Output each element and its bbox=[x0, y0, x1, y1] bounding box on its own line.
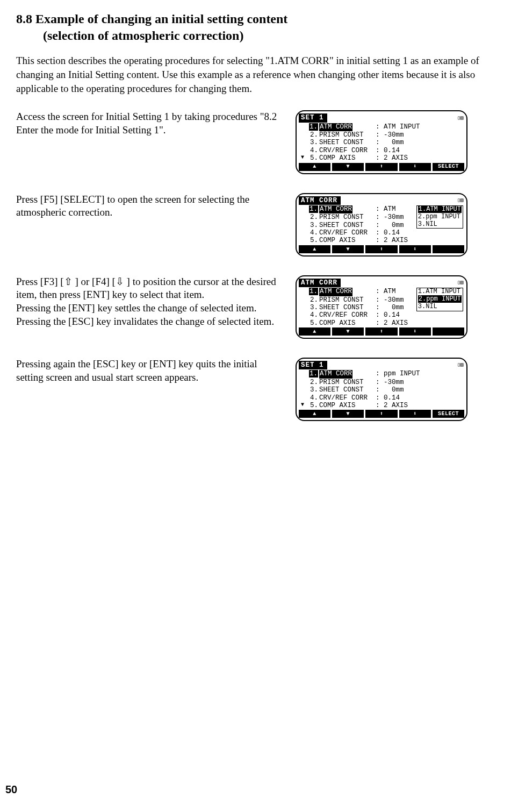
lcd-row: 1.ATM CORR: ATM INPUT bbox=[300, 123, 463, 131]
popup-item: 1.ATM INPUT bbox=[417, 288, 463, 296]
lcd-row: 4.CRV/REF CORR: 0.14 bbox=[300, 311, 463, 319]
lcd-row: 2.PRISM CONST: -30mm bbox=[300, 379, 463, 386]
step-3: Press [F3] [⇧ ] or [F4] [⇩ ] to position… bbox=[16, 275, 495, 339]
softkey[interactable] bbox=[433, 327, 464, 336]
softkey[interactable]: ▲ bbox=[299, 245, 332, 253]
lcd-body: 1.ATM CORR: ppm INPUT2.PRISM CONST: -30m… bbox=[299, 370, 464, 409]
lcd-body: 1.ATM CORR: ATM INPUT2.PRISM CONST: -30m… bbox=[299, 123, 464, 162]
popup-item: 1.ATM INPUT bbox=[417, 206, 463, 213]
lcd-title: SET 1 bbox=[299, 113, 327, 122]
lcd-title: SET 1 bbox=[299, 361, 327, 369]
battery-icon: ▯▥ bbox=[457, 115, 464, 122]
step-3-p2: Pressing the [ENT] key settles the chang… bbox=[16, 302, 285, 328]
softkey[interactable]: SELECT bbox=[433, 410, 464, 418]
lcd-row: 2.PRISM CONST: -30mm bbox=[300, 131, 463, 139]
lcd-screen-1: SET 1 ▯▥ 1.ATM CORR: ATM INPUT2.PRISM CO… bbox=[296, 110, 467, 174]
selection-popup: 1.ATM INPUT2.ppm INPUT3.NIL bbox=[416, 205, 463, 229]
softkey[interactable]: ▼ bbox=[332, 327, 365, 336]
step-1-text: Access the screen for Initial Setting 1 … bbox=[16, 110, 285, 137]
softkey[interactable]: ▲ bbox=[299, 163, 332, 171]
step-4: Pressing again the [ESC] key or [ENT] ke… bbox=[16, 358, 495, 421]
softkey[interactable]: ⬆ bbox=[365, 245, 399, 253]
lcd-body: 1.ATM CORR: ATM2.PRISM CONST: -30mm3.SHE… bbox=[299, 205, 464, 245]
lcd-row: ▼5.COMP AXIS: 2 AXIS bbox=[300, 154, 463, 162]
step-4-text: Pressing again the [ESC] key or [ENT] ke… bbox=[16, 358, 285, 384]
step-3-p1: Press [F3] [⇧ ] or [F4] [⇩ ] to position… bbox=[16, 275, 285, 302]
selection-popup: 1.ATM INPUT2.ppm INPUT3.NIL bbox=[416, 288, 463, 311]
softkey[interactable]: ⬆ bbox=[365, 410, 399, 418]
section-heading: 8.8 Example of changing an initial setti… bbox=[16, 11, 495, 44]
lcd-screen-4: SET 1 ▯▥ 1.ATM CORR: ppm INPUT2.PRISM CO… bbox=[296, 358, 467, 421]
softkey[interactable]: ▼ bbox=[332, 245, 365, 253]
battery-icon: ▯▥ bbox=[457, 197, 464, 204]
softkey[interactable]: ⬇ bbox=[399, 410, 433, 418]
lcd-screen-3: ATM CORR ▯▥ 1.ATM CORR: ATM2.PRISM CONST… bbox=[296, 275, 467, 339]
step-1: Access the screen for Initial Setting 1 … bbox=[16, 110, 495, 174]
lcd-softkeys: ▲▼⬆⬇SELECT bbox=[299, 163, 464, 171]
lcd-softkeys: ▲▼⬆⬇SELECT bbox=[299, 410, 464, 418]
softkey[interactable]: ⬆ bbox=[365, 163, 399, 171]
step-2: Press [F5] [SELECT] to open the screen f… bbox=[16, 193, 495, 257]
popup-item: 2.ppm INPUT bbox=[417, 296, 463, 303]
softkey[interactable]: ⬇ bbox=[399, 245, 433, 253]
lcd-row: 4.CRV/REF CORR: 0.14 bbox=[300, 394, 463, 402]
softkey[interactable]: ▲ bbox=[299, 410, 332, 418]
lcd-row: 5.COMP AXIS: 2 AXIS bbox=[300, 237, 463, 244]
popup-item: 3.NIL bbox=[417, 303, 463, 311]
lcd-softkeys: ▲▼⬆⬇ bbox=[299, 327, 464, 336]
softkey[interactable]: ⬇ bbox=[399, 163, 433, 171]
softkey[interactable]: ⬇ bbox=[399, 327, 433, 336]
lcd-row: 3.SHEET CONST: 0mm bbox=[300, 139, 463, 146]
heading-line-2: (selection of atmospheric correction) bbox=[43, 27, 495, 44]
lcd-screen-2: ATM CORR ▯▥ 1.ATM CORR: ATM2.PRISM CONST… bbox=[296, 193, 467, 257]
softkey[interactable]: ▼ bbox=[332, 163, 365, 171]
step-2-text: Press [F5] [SELECT] to open the screen f… bbox=[16, 193, 285, 219]
lcd-row: 1.ATM CORR: ppm INPUT bbox=[300, 370, 463, 378]
lcd-title: ATM CORR bbox=[299, 196, 341, 205]
battery-icon: ▯▥ bbox=[457, 362, 464, 368]
popup-item: 2.ppm INPUT bbox=[417, 213, 463, 221]
intro-paragraph: This section describes the operating pro… bbox=[16, 54, 495, 95]
step-3-text: Press [F3] [⇧ ] or [F4] [⇩ ] to position… bbox=[16, 275, 285, 329]
softkey[interactable]: ▲ bbox=[299, 327, 332, 336]
lcd-row: 5.COMP AXIS: 2 AXIS bbox=[300, 319, 463, 327]
lcd-row: 4.CRV/REF CORR: 0.14 bbox=[300, 147, 463, 154]
softkey[interactable]: SELECT bbox=[433, 163, 464, 171]
softkey[interactable]: ▼ bbox=[332, 410, 365, 418]
lcd-softkeys: ▲▼⬆⬇ bbox=[299, 245, 464, 253]
lcd-body: 1.ATM CORR: ATM2.PRISM CONST: -30mm3.SHE… bbox=[299, 288, 464, 327]
heading-line-1: 8.8 Example of changing an initial setti… bbox=[16, 11, 495, 27]
lcd-row: ▼5.COMP AXIS: 2 AXIS bbox=[300, 402, 463, 409]
battery-icon: ▯▥ bbox=[457, 280, 464, 286]
lcd-title: ATM CORR bbox=[299, 279, 341, 287]
lcd-row: 3.SHEET CONST: 0mm bbox=[300, 386, 463, 394]
softkey[interactable]: ⬆ bbox=[365, 327, 399, 336]
softkey[interactable] bbox=[433, 245, 464, 253]
popup-item: 3.NIL bbox=[417, 221, 463, 229]
lcd-row: 4.CRV/REF CORR: 0.14 bbox=[300, 229, 463, 237]
